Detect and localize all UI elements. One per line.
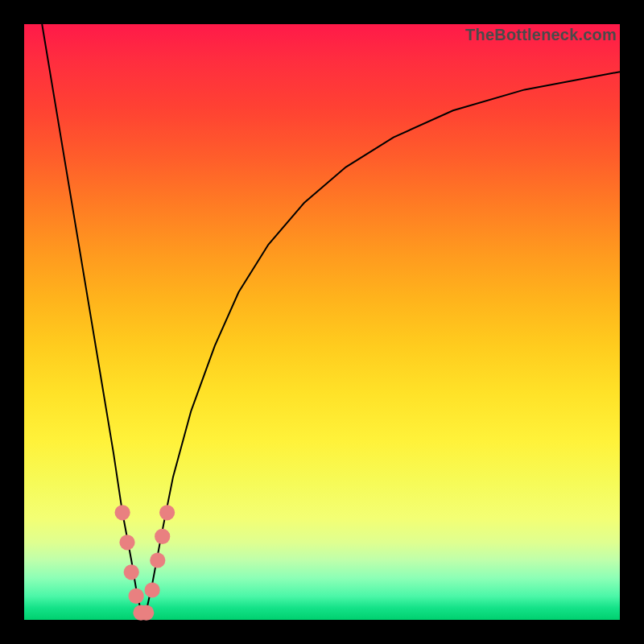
data-marker <box>150 552 165 568</box>
data-marker <box>115 505 130 520</box>
data-marker <box>138 605 154 621</box>
data-marker <box>124 564 139 580</box>
data-marker <box>155 529 170 544</box>
data-marker <box>145 582 160 597</box>
data-marker <box>129 588 144 604</box>
chart-frame: TheBottleneck.com <box>0 0 644 644</box>
bottleneck-curve <box>42 24 620 615</box>
data-marker <box>119 535 134 550</box>
data-marker <box>159 505 175 520</box>
curve-svg <box>0 0 644 644</box>
